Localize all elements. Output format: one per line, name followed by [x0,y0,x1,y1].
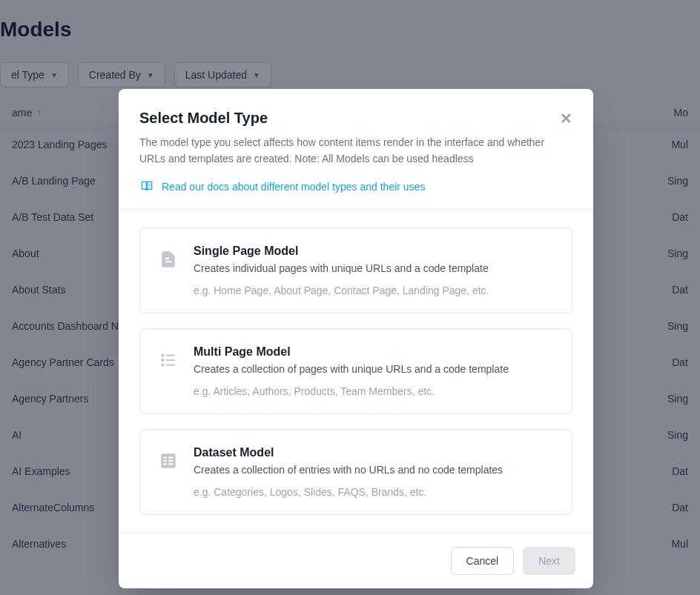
svg-point-2 [162,354,163,356]
docs-link[interactable]: Read our docs about different model type… [162,181,425,193]
modal-description: The model type you select affects how co… [139,134,572,167]
svg-rect-13 [164,463,167,465]
close-icon[interactable]: ✕ [560,111,572,126]
svg-point-4 [162,359,163,361]
model-type-option[interactable]: Multi Page ModelCreates a collection of … [139,328,572,414]
model-type-option[interactable]: Single Page ModelCreates individual page… [139,227,572,313]
table-icon [158,451,179,471]
svg-point-6 [162,364,163,365]
svg-rect-9 [164,456,167,458]
option-hint: e.g. Home Page, About Page, Contact Page… [194,285,554,296]
option-title: Multi Page Model [194,345,554,359]
option-subtitle: Creates individual pages with unique URL… [194,262,554,274]
option-hint: e.g. Articles, Authors, Products, Team M… [194,385,554,397]
option-subtitle: Creates a collection of pages with uniqu… [194,363,554,375]
model-type-option[interactable]: Dataset ModelCreates a collection of ent… [139,429,572,515]
option-hint: e.g. Categories, Logos, Slides, FAQS, Br… [194,486,554,498]
docs-link-row: Read our docs about different model type… [139,179,572,194]
modal-title: Select Model Type [139,110,268,127]
option-subtitle: Creates a collection of entries with no … [194,464,554,476]
next-button[interactable]: Next [523,547,575,575]
list-icon [158,350,179,370]
svg-rect-11 [164,460,167,462]
svg-rect-14 [168,463,174,465]
select-model-type-modal: Select Model Type ✕ The model type you s… [119,89,593,588]
option-title: Dataset Model [194,446,554,459]
svg-rect-12 [168,460,174,462]
svg-rect-10 [168,456,174,458]
file-icon [158,249,179,270]
cancel-button[interactable]: Cancel [451,547,515,575]
option-title: Single Page Model [194,245,554,258]
book-icon [139,179,154,194]
